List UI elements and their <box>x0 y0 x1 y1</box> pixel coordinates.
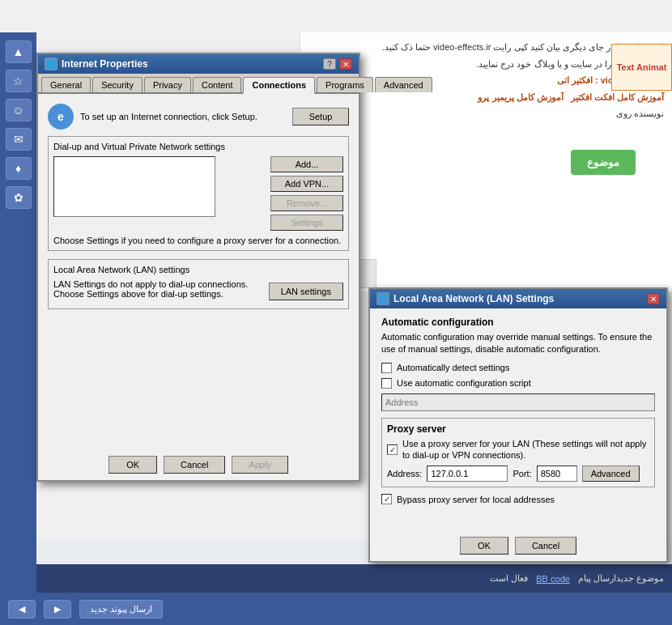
auto-config-title: Automatic configuration <box>381 317 655 328</box>
internet-properties-dialog: 🌐 Internet Properties ? ✕ General Securi… <box>36 53 360 482</box>
saas-bb-link[interactable]: BB code <box>536 574 570 584</box>
sidebar-icon-3[interactable]: ☺ <box>6 99 32 121</box>
dial-vpn-legend: Dial-up and Virtual Private Network sett… <box>53 142 343 151</box>
auto-detect-label: Automatically detect settings <box>397 363 509 372</box>
bottom-send-btn[interactable]: ارسال پیوند جدید <box>79 600 163 619</box>
tab-advanced[interactable]: Advanced <box>375 77 432 92</box>
bypass-checkbox[interactable] <box>381 494 392 504</box>
bypass-row: Bypass proxy server for local addresses <box>381 494 655 504</box>
auto-detect-row: Automatically detect settings <box>381 363 655 373</box>
rtl-link-3[interactable]: آموزش کامل پریمیر پرو <box>478 92 563 102</box>
bypass-label: Bypass proxy server for local addresses <box>397 495 555 504</box>
ie-icon: e <box>48 104 74 130</box>
proxy-config-text: Choose Settings if you need to configure… <box>53 236 343 245</box>
auto-config-desc: Automatic configuration may override man… <box>381 331 655 356</box>
saas-bar: موضوع جدیدارسال پیام BB code فعال است <box>36 564 672 593</box>
inet-dialog-titlebar: 🌐 Internet Properties ? ✕ <box>38 54 359 74</box>
lan-cancel-button[interactable]: Cancel <box>515 537 576 555</box>
inet-titlebar-buttons: ? ✕ <box>323 58 352 70</box>
auto-script-label: Use automatic configuration script <box>397 378 531 388</box>
lan-dialog-buttons: OK Cancel <box>370 537 666 555</box>
use-proxy-checkbox[interactable] <box>387 444 398 455</box>
inet-dialog-tabs: General Security Privacy Content Connect… <box>38 74 359 94</box>
tab-connections[interactable]: Connections <box>243 77 315 94</box>
lan-close-button[interactable]: ✕ <box>647 293 660 304</box>
port-input[interactable] <box>537 466 577 482</box>
inet-cancel-button[interactable]: Cancel <box>164 456 225 474</box>
inet-close-button[interactable]: ✕ <box>339 58 352 70</box>
inet-dialog-buttons: OK Cancel Apply <box>38 456 359 474</box>
address-port-row: Address: Port: Advanced <box>387 466 649 482</box>
lan-icon: 🌐 <box>376 292 389 305</box>
lan-text: LAN Settings do not apply to dial-up con… <box>53 279 262 299</box>
tab-general[interactable]: General <box>41 77 91 92</box>
settings-button[interactable]: Settings <box>270 215 343 231</box>
text-animat-box: Text Animat <box>611 44 672 91</box>
add-button[interactable]: Add... <box>270 156 343 172</box>
lan-settings-button[interactable]: LAN settings <box>269 283 343 300</box>
saas-suffix: فعال است <box>490 573 528 584</box>
lan-ok-button[interactable]: OK <box>460 537 508 555</box>
address-label: Address: <box>387 469 422 478</box>
inet-ok-button[interactable]: OK <box>108 456 157 474</box>
sidebar-icon-1[interactable]: ▲ <box>6 40 32 63</box>
lan-dialog-content: Automatic configuration Automatic config… <box>370 308 666 517</box>
sidebar-icon-2[interactable]: ☆ <box>6 70 32 92</box>
advanced-button[interactable]: Advanced <box>582 466 640 482</box>
tab-programs[interactable]: Programs <box>317 77 373 92</box>
bottom-nav-btn-1[interactable]: ◀ <box>8 600 36 619</box>
tab-content[interactable]: Content <box>193 77 242 92</box>
address-input[interactable] <box>427 466 508 482</box>
inet-dialog-content: e To set up an Internet connection, clic… <box>38 94 359 453</box>
tab-security[interactable]: Security <box>92 77 142 92</box>
green-topic-button[interactable]: موضوع <box>571 150 636 175</box>
address-field[interactable] <box>381 393 655 411</box>
use-proxy-row: Use a proxy server for your LAN (These s… <box>387 438 649 461</box>
rtl-link-2[interactable]: آموزش کامل افکت افکتیر <box>571 92 664 102</box>
sidebar-icon-6[interactable]: ✿ <box>6 186 32 209</box>
lan-dialog-title: 🌐 Local Area Network (LAN) Settings <box>376 292 554 305</box>
port-label: Port: <box>513 469 531 478</box>
lan-dialog-titlebar: 🌐 Local Area Network (LAN) Settings ✕ <box>370 289 666 308</box>
lan-group-title: Local Area Network (LAN) settings <box>53 265 343 274</box>
lan-settings-dialog: 🌐 Local Area Network (LAN) Settings ✕ Au… <box>368 287 668 563</box>
left-sidebar: ▲ ☆ ☺ ✉ ♦ ✿ <box>0 32 36 615</box>
sidebar-icon-5[interactable]: ♦ <box>6 157 32 180</box>
dial-vpn-buttons: Add... Add VPN... Remove... Settings <box>270 156 343 231</box>
saas-text: موضوع جدیدارسال پیام <box>578 573 664 584</box>
proxy-server-group: Proxy server Use a proxy server for your… <box>381 418 655 488</box>
auto-script-row: Use automatic configuration script <box>381 378 655 389</box>
remove-button[interactable]: Remove... <box>270 195 343 211</box>
inet-apply-button[interactable]: Apply <box>232 456 288 474</box>
lan-titlebar-buttons: ✕ <box>647 293 660 304</box>
text-animat-label: Text Animat <box>617 62 667 72</box>
tab-privacy[interactable]: Privacy <box>144 77 191 92</box>
setup-text: To set up an Internet connection, click … <box>80 112 286 121</box>
sidebar-icon-4[interactable]: ✉ <box>6 128 32 151</box>
lan-settings-row: LAN Settings do not apply to dial-up con… <box>53 279 343 304</box>
dial-vpn-content: Add... Add VPN... Remove... Settings <box>53 156 343 231</box>
dial-vpn-group: Dial-up and Virtual Private Network sett… <box>48 136 349 251</box>
auto-script-checkbox[interactable] <box>381 378 392 389</box>
inet-icon: 🌐 <box>45 57 57 70</box>
proxy-desc: Use a proxy server for your LAN (These s… <box>402 438 649 461</box>
auto-detect-checkbox[interactable] <box>381 363 392 373</box>
inet-dialog-title: 🌐 Internet Properties <box>45 57 148 70</box>
lan-group: Local Area Network (LAN) settings LAN Se… <box>48 259 349 309</box>
add-vpn-button[interactable]: Add VPN... <box>270 176 343 192</box>
bottom-navigation-bar: ◀ ▶ ارسال پیوند جدید <box>0 593 672 625</box>
proxy-server-title: Proxy server <box>387 423 649 435</box>
setup-button[interactable]: Setup <box>292 108 349 125</box>
inet-help-button[interactable]: ? <box>323 58 336 70</box>
bottom-nav-btn-2[interactable]: ▶ <box>44 600 71 619</box>
dial-vpn-list[interactable] <box>53 156 215 217</box>
setup-row: e To set up an Internet connection, clic… <box>48 104 349 130</box>
rtl-author-label: نویسنده روی <box>308 107 664 121</box>
